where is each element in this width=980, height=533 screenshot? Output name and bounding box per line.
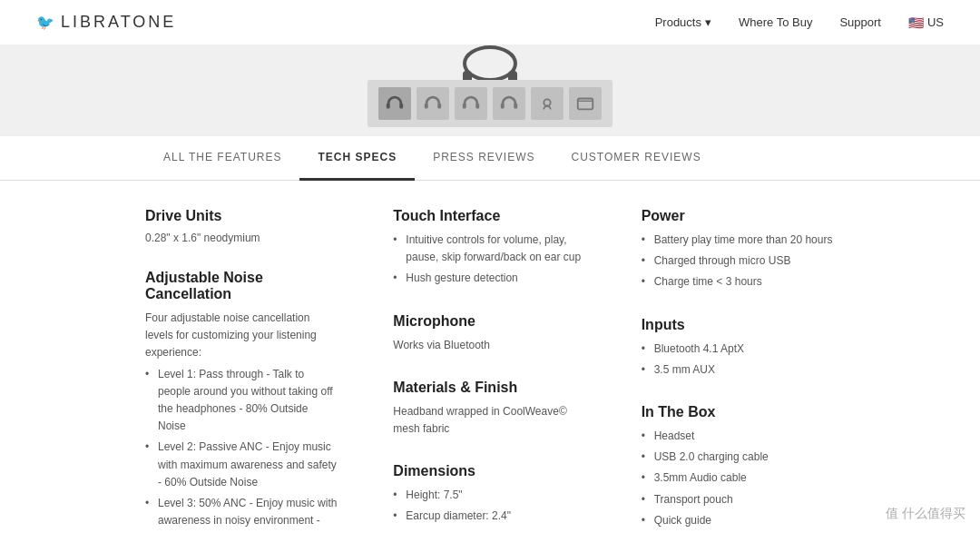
section-dimensions: Dimensions Height: 7.5" Earcup diameter:…	[393, 463, 586, 533]
svg-rect-7	[463, 104, 466, 109]
svg-rect-9	[501, 104, 505, 109]
watermark: 值 什么值得买	[880, 504, 971, 524]
hero-area	[0, 45, 980, 136]
list-item: Height: 7.5"	[393, 487, 586, 504]
logo-text: LIBRATONE	[61, 13, 176, 32]
svg-rect-3	[387, 104, 390, 109]
touch-list: Intuitive controls for volume, play, pau…	[393, 232, 586, 288]
list-item: Bluetooth 4.1 AptX	[642, 341, 835, 358]
list-item: Level 3: 50% ANC - Enjoy music with awar…	[145, 495, 338, 533]
list-item: Quick guide	[642, 512, 835, 529]
section-in-the-box: In The Box Headset USB 2.0 charging cabl…	[642, 404, 835, 529]
svg-rect-6	[438, 104, 442, 109]
anc-list: Level 1: Pass through - Talk to people a…	[145, 366, 338, 533]
list-item: Hush gesture detection	[393, 270, 586, 287]
microphone-title: Microphone	[393, 313, 586, 330]
main-content: Drive Units 0.28" x 1.6" neodymium Adjus…	[0, 181, 980, 533]
svg-rect-4	[400, 104, 404, 109]
thumbnail-1[interactable]	[416, 87, 449, 120]
logo-bird-icon: 🐦	[36, 14, 57, 31]
logo[interactable]: 🐦 LIBRATONE	[36, 13, 176, 32]
column-3: Power Battery play time more than 20 hou…	[642, 208, 835, 533]
dimensions-title: Dimensions	[393, 463, 586, 479]
in-the-box-list: Headset USB 2.0 charging cable 3.5mm Aud…	[642, 428, 835, 529]
column-2: Touch Interface Intuitive controls for v…	[393, 208, 586, 533]
inputs-list: Bluetooth 4.1 AptX 3.5 mm AUX	[642, 341, 835, 379]
microphone-text: Works via Bluetooth	[393, 337, 586, 354]
in-the-box-title: In The Box	[642, 404, 835, 420]
thumbnail-3[interactable]	[493, 87, 525, 120]
power-title: Power	[642, 208, 835, 224]
nav-locale[interactable]: 🇺🇸 US	[908, 15, 944, 30]
section-adjustable-noise: Adjustable Noise Cancellation Four adjus…	[145, 270, 338, 533]
list-item: Intuitive controls for volume, play, pau…	[393, 232, 586, 266]
tab-all-features[interactable]: ALL THE FEATURES	[145, 136, 299, 181]
thumbnail-bar	[368, 80, 612, 127]
chevron-down-icon: ▾	[705, 15, 711, 29]
nav-support[interactable]: Support	[839, 15, 881, 29]
list-item: USB 2.0 charging cable	[642, 449, 835, 466]
section-power: Power Battery play time more than 20 hou…	[642, 208, 835, 291]
section-inputs: Inputs Bluetooth 4.1 AptX 3.5 mm AUX	[642, 317, 835, 379]
list-item: Charge time < 3 hours	[642, 273, 835, 291]
anc-description: Four adjustable noise cancellation level…	[145, 310, 338, 362]
nav-products[interactable]: Products ▾	[655, 15, 711, 29]
tab-press-reviews[interactable]: PRESS REVIEWS	[415, 136, 553, 181]
section-drive-units: Drive Units 0.28" x 1.6" neodymium	[145, 208, 338, 244]
section-materials: Materials & Finish Headband wrapped in C…	[393, 380, 586, 438]
list-item: Transport pouch	[642, 491, 835, 508]
svg-point-0	[465, 47, 515, 80]
tab-customer-reviews[interactable]: CUSTOMER REVIEWS	[554, 136, 720, 181]
svg-rect-8	[476, 104, 480, 109]
thumbnail-2[interactable]	[455, 87, 487, 120]
thumbnail-0[interactable]	[378, 87, 411, 120]
anc-title: Adjustable Noise Cancellation	[145, 270, 338, 302]
thumbnail-4[interactable]	[531, 87, 564, 120]
nav-right: Products ▾ Where To Buy Support 🇺🇸 US	[655, 15, 944, 30]
svg-rect-10	[514, 104, 518, 109]
materials-text: Headband wrapped in CoolWeave© mesh fabr…	[393, 403, 586, 438]
svg-rect-12	[578, 99, 593, 110]
list-item: Headset	[642, 428, 835, 445]
list-item: Charged through micro USB	[642, 252, 835, 270]
list-item: Weight: 7oz	[393, 529, 586, 534]
list-item: Earcup diameter: 2.4"	[393, 508, 586, 525]
list-item: 3.5mm Audio cable	[642, 469, 835, 487]
drive-units-value: 0.28" x 1.6" neodymium	[145, 232, 338, 244]
list-item: 3.5 mm AUX	[642, 361, 835, 379]
svg-point-11	[544, 99, 550, 105]
svg-rect-5	[425, 104, 428, 109]
tab-tech-specs[interactable]: TECH SPECS	[299, 136, 415, 181]
drive-units-title: Drive Units	[145, 208, 338, 224]
thumbnail-5[interactable]	[569, 87, 602, 120]
list-item: Level 1: Pass through - Talk to people a…	[145, 366, 338, 436]
tab-navigation: ALL THE FEATURES TECH SPECS PRESS REVIEW…	[0, 136, 980, 181]
section-microphone: Microphone Works via Bluetooth	[393, 313, 586, 354]
materials-title: Materials & Finish	[393, 380, 586, 396]
touch-title: Touch Interface	[393, 208, 586, 224]
list-item: Battery play time more than 20 hours	[642, 232, 835, 249]
inputs-title: Inputs	[642, 317, 835, 333]
nav-where-to-buy[interactable]: Where To Buy	[739, 15, 812, 29]
power-list: Battery play time more than 20 hours Cha…	[642, 232, 835, 291]
list-item: Level 2: Passive ANC - Enjoy music with …	[145, 439, 338, 491]
section-touch-interface: Touch Interface Intuitive controls for v…	[393, 208, 586, 288]
dimensions-list: Height: 7.5" Earcup diameter: 2.4" Weigh…	[393, 487, 586, 533]
column-1: Drive Units 0.28" x 1.6" neodymium Adjus…	[145, 208, 338, 533]
flag-icon: 🇺🇸	[908, 15, 924, 30]
